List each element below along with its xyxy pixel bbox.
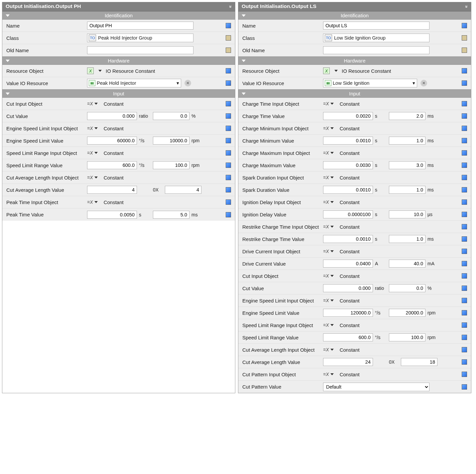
constant-selector[interactable]: =X xyxy=(323,322,336,328)
property-marker-icon[interactable] xyxy=(462,298,467,303)
property-marker-icon[interactable] xyxy=(226,163,231,168)
text-input[interactable] xyxy=(323,22,429,30)
chevron-down-icon[interactable] xyxy=(98,70,102,72)
io-resource-dropdown[interactable]: ▮▮Peak Hold Injector▾ xyxy=(87,79,181,87)
constant-selector[interactable]: =X xyxy=(323,347,336,352)
property-marker-icon[interactable] xyxy=(226,212,231,217)
property-marker-icon[interactable] xyxy=(462,126,467,131)
value-input-secondary[interactable] xyxy=(389,161,425,169)
panel-title[interactable]: Output Initialisation.Output LS» xyxy=(238,2,471,11)
property-marker-icon[interactable] xyxy=(462,249,467,254)
constant-selector[interactable]: =X xyxy=(323,126,336,131)
property-marker-icon[interactable] xyxy=(462,80,467,86)
value-input-primary[interactable] xyxy=(323,358,373,366)
constant-selector[interactable]: =X xyxy=(323,224,336,229)
property-marker-icon[interactable] xyxy=(462,261,467,266)
constant-selector[interactable]: =X xyxy=(87,150,100,156)
property-marker-icon[interactable] xyxy=(462,163,467,168)
constant-selector[interactable]: =X xyxy=(87,199,100,205)
value-input-secondary[interactable] xyxy=(153,211,189,219)
class-dropdown[interactable]: TOPeak Hold Injector Group xyxy=(87,34,193,42)
text-input[interactable] xyxy=(87,46,193,54)
property-marker-icon[interactable] xyxy=(462,286,467,291)
value-input-secondary[interactable] xyxy=(389,235,425,243)
text-input[interactable] xyxy=(323,46,429,54)
constant-selector[interactable]: =X xyxy=(87,126,100,131)
property-marker-icon[interactable] xyxy=(462,322,467,328)
collapse-icon[interactable]: » xyxy=(464,5,469,7)
property-marker-icon[interactable] xyxy=(462,212,467,217)
property-marker-icon[interactable] xyxy=(462,187,467,192)
value-input-secondary[interactable] xyxy=(389,284,425,292)
constant-selector[interactable]: =X xyxy=(87,175,100,180)
value-input-primary[interactable] xyxy=(87,137,137,145)
property-marker-icon[interactable] xyxy=(462,347,467,352)
clear-button[interactable]: ✕ xyxy=(420,80,427,86)
value-input-secondary[interactable] xyxy=(165,186,201,194)
constant-selector[interactable]: =X xyxy=(323,101,336,106)
property-marker-icon[interactable] xyxy=(226,199,231,205)
constant-selector[interactable]: =X xyxy=(87,101,100,106)
property-marker-icon[interactable] xyxy=(226,68,231,73)
text-input[interactable] xyxy=(87,22,193,30)
property-marker-icon[interactable] xyxy=(462,48,467,53)
property-marker-icon[interactable] xyxy=(226,187,231,192)
value-input-primary[interactable] xyxy=(323,186,373,194)
property-marker-icon[interactable] xyxy=(226,35,231,41)
value-input-primary[interactable] xyxy=(87,112,137,120)
value-input-secondary[interactable] xyxy=(389,260,425,268)
value-input-primary[interactable] xyxy=(323,235,373,243)
section-header-hardware[interactable]: Hardware xyxy=(2,57,235,65)
property-marker-icon[interactable] xyxy=(462,199,467,205)
property-marker-icon[interactable] xyxy=(226,150,231,156)
value-input-secondary[interactable] xyxy=(389,186,425,194)
property-marker-icon[interactable] xyxy=(462,35,467,41)
property-marker-icon[interactable] xyxy=(462,335,467,340)
section-header-hardware[interactable]: Hardware xyxy=(238,57,471,65)
value-input-primary[interactable] xyxy=(87,211,137,219)
panel-title[interactable]: Output Initialisation.Output PH» xyxy=(2,2,235,11)
section-header-identification[interactable]: Identification xyxy=(2,11,235,20)
value-input-secondary[interactable] xyxy=(389,137,425,145)
property-marker-icon[interactable] xyxy=(462,23,467,28)
value-input-primary[interactable] xyxy=(323,161,373,169)
property-marker-icon[interactable] xyxy=(462,113,467,119)
value-input-secondary[interactable] xyxy=(389,309,425,317)
property-marker-icon[interactable] xyxy=(462,310,467,315)
value-input-primary[interactable] xyxy=(323,260,373,268)
constant-selector[interactable]: =X xyxy=(323,273,336,279)
constant-selector[interactable]: =X xyxy=(323,298,336,303)
property-marker-icon[interactable] xyxy=(226,126,231,131)
value-input-secondary[interactable] xyxy=(153,161,189,169)
property-marker-icon[interactable] xyxy=(462,101,467,106)
property-marker-icon[interactable] xyxy=(462,175,467,180)
section-header-input[interactable]: Input xyxy=(238,89,471,98)
property-marker-icon[interactable] xyxy=(462,68,467,73)
value-input-primary[interactable] xyxy=(323,284,373,292)
property-marker-icon[interactable] xyxy=(462,384,467,390)
value-input-primary[interactable] xyxy=(323,137,373,145)
property-marker-icon[interactable] xyxy=(462,224,467,229)
property-marker-icon[interactable] xyxy=(226,101,231,106)
value-input-primary[interactable] xyxy=(323,210,373,218)
property-marker-icon[interactable] xyxy=(226,23,231,28)
property-marker-icon[interactable] xyxy=(226,175,231,180)
property-marker-icon[interactable] xyxy=(462,150,467,156)
value-input-secondary[interactable] xyxy=(153,112,189,120)
value-input-secondary[interactable] xyxy=(389,112,425,120)
property-marker-icon[interactable] xyxy=(226,138,231,143)
value-input-primary[interactable] xyxy=(323,333,373,341)
constant-selector[interactable]: =X xyxy=(323,249,336,254)
collapse-icon[interactable]: » xyxy=(228,5,233,7)
value-input-primary[interactable] xyxy=(87,161,137,169)
value-input-secondary[interactable] xyxy=(389,210,425,218)
chevron-down-icon[interactable] xyxy=(334,70,338,72)
property-marker-icon[interactable] xyxy=(462,359,467,365)
io-resource-dropdown[interactable]: ▮▮Low Side Ignition▾ xyxy=(323,79,417,87)
constant-selector[interactable]: =X xyxy=(323,199,336,205)
section-header-input[interactable]: Input xyxy=(2,89,235,98)
class-dropdown[interactable]: TOLow Side Ignition Group xyxy=(323,34,429,42)
pattern-select[interactable]: Default xyxy=(323,383,429,391)
clear-button[interactable]: ✕ xyxy=(184,80,191,86)
section-header-identification[interactable]: Identification xyxy=(238,11,471,20)
